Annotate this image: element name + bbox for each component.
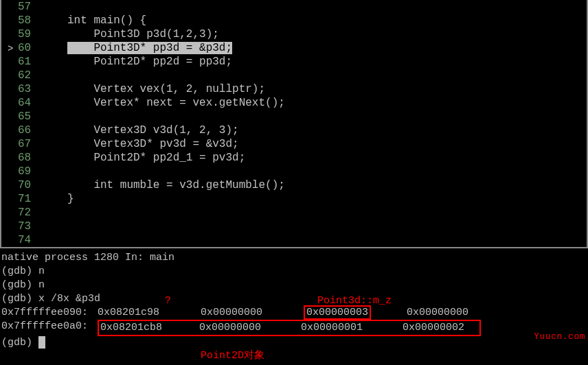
mem-val: 0x00000000	[201, 306, 304, 320]
line-number: 64	[18, 96, 38, 110]
mz-box: 0x00000003	[304, 305, 371, 320]
code-line[interactable]: 72	[18, 206, 587, 220]
point2d-annotation: Point2D对象	[201, 349, 264, 362]
mem-addr: 0x7fffffee090:	[1, 306, 98, 320]
code-line[interactable]: 57	[18, 0, 587, 14]
code-line[interactable]: 65	[18, 110, 587, 123]
gdb-line: (gdb) n	[1, 265, 587, 279]
code-text: }	[67, 192, 74, 206]
code-line[interactable]: 71}	[18, 192, 587, 206]
process-status: native process 1280 In: main	[1, 251, 587, 265]
line-number: 62	[18, 69, 38, 82]
code-line[interactable]: 63 Vertex vex(1, 2, nullptr);	[18, 82, 587, 96]
mem-val: 0x08201c98	[98, 306, 201, 320]
gdb-terminal[interactable]: native process 1280 In: main (gdb) n (gd…	[0, 248, 588, 353]
gdb-prompt[interactable]: (gdb)	[1, 336, 587, 350]
code-text: Point2D* pp2d_1 = pv3d;	[67, 151, 245, 165]
code-line[interactable]: 58int main() {	[18, 14, 587, 27]
line-number: 71	[18, 192, 38, 206]
code-text: Vertex3D* pv3d = &v3d;	[67, 137, 239, 151]
code-text: Vertex vex(1, 2, nullptr);	[67, 82, 265, 96]
code-line[interactable]: 67 Vertex3D* pv3d = &v3d;	[18, 137, 587, 151]
code-editor: > 5758int main() {59 Point3D p3d(1,2,3);…	[0, 0, 588, 248]
mem-val: 0x00000000	[407, 306, 510, 320]
line-number: 69	[18, 165, 38, 178]
line-number: 60	[18, 41, 38, 55]
line-number: 70	[18, 178, 38, 192]
code-text: Point2D* pp2d = pp3d;	[67, 55, 232, 69]
line-number: 58	[18, 14, 38, 27]
line-number: 68	[18, 151, 38, 165]
line-number: 67	[18, 137, 38, 151]
code-line[interactable]: 64 Vertex* next = vex.getNext();	[18, 96, 587, 110]
gdb-line: (gdb) n	[1, 279, 587, 292]
code-line[interactable]: 74	[18, 233, 587, 247]
line-number: 63	[18, 82, 38, 96]
memory-row: 0x7fffffee0a0: 0x08201cb80x000000000x000…	[1, 320, 587, 336]
question-annotation: ?	[165, 295, 171, 307]
line-number: 74	[18, 233, 38, 247]
line-number: 61	[18, 55, 38, 69]
code-text: int mumble = v3d.getMumble();	[67, 178, 285, 192]
cursor-icon	[38, 336, 45, 349]
code-text: Point3D p3d(1,2,3);	[67, 27, 219, 41]
line-number: 72	[18, 206, 38, 220]
point2d-box: 0x08201cb80x000000000x000000010x00000002	[98, 320, 481, 336]
code-line[interactable]: 69	[18, 165, 587, 178]
code-line[interactable]: 66 Vertex3D v3d(1, 2, 3);	[18, 123, 587, 137]
mem-val: 0x00000003	[304, 306, 407, 320]
code-text: Vertex* next = vex.getNext();	[67, 96, 285, 110]
line-number: 66	[18, 123, 38, 137]
line-number: 73	[18, 220, 38, 233]
code-line[interactable]: 61 Point2D* pp2d = pp3d;	[18, 55, 587, 69]
code-line[interactable]: 73	[18, 220, 587, 233]
mem-val-group: 0x08201cb80x000000000x000000010x00000002	[98, 320, 510, 336]
code-area[interactable]: 5758int main() {59 Point3D p3d(1,2,3);60…	[1, 0, 587, 247]
line-number: 59	[18, 27, 38, 41]
line-number: 57	[18, 0, 38, 14]
code-line[interactable]: 68 Point2D* pp2d_1 = pv3d;	[18, 151, 587, 165]
gdb-line: (gdb) x /8x &p3d	[1, 292, 587, 306]
code-line[interactable]: 62	[18, 69, 587, 82]
code-text: Vertex3D v3d(1, 2, 3);	[67, 123, 239, 137]
mem-addr: 0x7fffffee0a0:	[1, 320, 98, 336]
watermark: Yuucn.com	[534, 331, 585, 342]
current-line-arrow: >	[8, 43, 13, 54]
mz-annotation: Point3d::m_z	[317, 295, 392, 307]
code-line[interactable]: 60 Point3D* pp3d = &p3d;	[18, 41, 587, 55]
line-number: 65	[18, 110, 38, 123]
code-text: int main() {	[67, 14, 146, 27]
code-line[interactable]: 70 int mumble = v3d.getMumble();	[18, 178, 587, 192]
code-text: Point3D* pp3d = &p3d;	[67, 41, 232, 55]
memory-row: 0x7fffffee090: 0x08201c98 0x00000000 0x0…	[1, 306, 587, 320]
code-line[interactable]: 59 Point3D p3d(1,2,3);	[18, 27, 587, 41]
